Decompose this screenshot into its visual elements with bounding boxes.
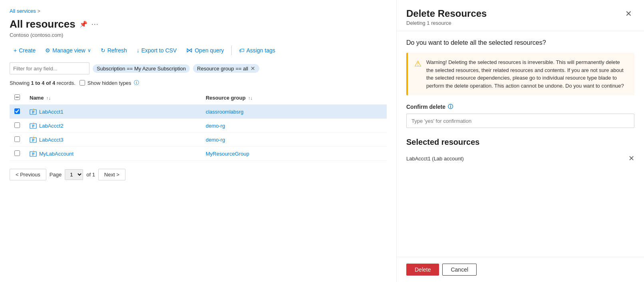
close-panel-button[interactable]: ✕ [623, 8, 634, 19]
row-checkbox[interactable] [14, 150, 20, 156]
subscription-filter-tag: Subscription == My Azure Subscription [93, 64, 190, 73]
tag-icon: 🏷 [239, 47, 244, 54]
resource-group-column-header[interactable]: Resource group ↑↓ [201, 91, 387, 105]
export-csv-button[interactable]: ↓ Export to CSV [133, 45, 181, 56]
svg-rect-14 [32, 141, 34, 141]
lab-account-icon [30, 122, 37, 129]
resource-group-link[interactable]: demo-rg [206, 123, 225, 129]
breadcrumb-link[interactable]: All services [10, 8, 36, 14]
svg-rect-17 [32, 153, 34, 153]
panel-title-area: Delete Resources Deleting 1 resource [406, 8, 487, 26]
resource-group-col-label: Resource group [206, 95, 246, 101]
subscription-tag-text: Subscription == My Azure Subscription [97, 66, 186, 72]
warning-text: Warning! Deleting the selected resources… [426, 58, 628, 90]
create-button[interactable]: + Create [10, 45, 40, 56]
svg-rect-12 [32, 139, 34, 139]
remove-selected-resource-button[interactable]: ✕ [628, 154, 634, 163]
page-select[interactable]: 1 [65, 169, 83, 180]
cancel-button[interactable]: Cancel [442, 264, 477, 276]
breadcrumb: All services > [10, 8, 387, 14]
query-label: Open query [195, 47, 224, 54]
records-info: Showing 1 to 4 of 4 records. Show hidden… [10, 79, 387, 86]
resource-name-link[interactable]: MyLabAccount [30, 150, 196, 157]
resource-group-link[interactable]: demo-rg [206, 137, 225, 143]
resource-name-link[interactable]: LabAccct1 [30, 108, 196, 115]
select-all-checkbox[interactable] [14, 94, 20, 100]
page-header: All resources 📌 ··· [10, 18, 387, 30]
selected-resource-item: LabAccct1 (Lab account) ✕ [406, 152, 634, 165]
delete-button[interactable]: Delete [406, 264, 439, 276]
resource-group-filter-tag: Resource group == all ✕ [193, 64, 259, 73]
panel-header: Delete Resources Deleting 1 resource ✕ [397, 0, 644, 31]
name-column-header[interactable]: Name ↑↓ [25, 91, 201, 105]
export-label: Export to CSV [141, 47, 177, 54]
refresh-label: Refresh [107, 47, 127, 54]
resource-name-link[interactable]: LabAccct2 [30, 122, 196, 129]
filter-input[interactable] [10, 62, 89, 74]
svg-rect-7 [32, 125, 34, 125]
create-plus-icon: + [14, 47, 17, 54]
confirm-label: Confirm delete ⓘ [406, 103, 634, 110]
confirm-input[interactable] [406, 114, 634, 128]
svg-rect-4 [32, 113, 34, 113]
svg-rect-8 [32, 126, 34, 126]
resource-name-link[interactable]: LabAccct3 [30, 136, 196, 143]
select-all-header[interactable] [10, 91, 25, 105]
page-subtitle: Contoso (contoso.com) [10, 32, 387, 38]
selected-resources-section: Selected resources LabAccct1 (Lab accoun… [406, 138, 634, 165]
resource-group-link[interactable]: classroomlabsrg [206, 109, 244, 115]
assign-tags-button[interactable]: 🏷 Assign tags [235, 45, 279, 56]
page-label: Page [50, 172, 62, 178]
resources-table: Name ↑↓ Resource group ↑↓ LabAccc [10, 91, 387, 161]
next-button[interactable]: Next > [98, 169, 125, 180]
resource-group-link[interactable]: MyResourceGroup [206, 151, 249, 157]
confirm-section: Confirm delete ⓘ [406, 103, 634, 128]
panel-question: Do you want to delete all the selected r… [406, 39, 634, 46]
confirm-label-text: Confirm delete [406, 104, 445, 110]
export-icon: ↓ [137, 47, 139, 54]
table-row: LabAccct1 classroomlabsrg [10, 105, 387, 119]
table-row: LabAccct3 demo-rg [10, 133, 387, 147]
show-hidden-types-container: Show hidden types ⓘ [80, 79, 139, 86]
panel-body: Do you want to delete all the selected r… [397, 31, 644, 257]
page-title: All resources [10, 18, 76, 30]
refresh-button[interactable]: ↻ Refresh [97, 45, 131, 56]
create-label: Create [19, 47, 36, 54]
warning-triangle-icon: ⚠ [414, 59, 421, 90]
row-checkbox[interactable] [14, 136, 20, 142]
query-icon: ⋈ [186, 46, 193, 54]
show-hidden-types-label: Show hidden types [87, 80, 131, 86]
svg-rect-9 [32, 127, 34, 127]
resource-group-tag-text: Resource group == all [197, 66, 248, 72]
more-options-icon[interactable]: ··· [91, 20, 99, 28]
row-checkbox[interactable] [14, 108, 20, 114]
breadcrumb-separator: > [38, 8, 40, 14]
gear-icon: ⚙ [45, 47, 50, 54]
table-row: LabAccct2 demo-rg [10, 119, 387, 133]
of-label: of 1 [86, 172, 95, 178]
table-row: MyLabAccount MyResourceGroup [10, 147, 387, 161]
open-query-button[interactable]: ⋈ Open query [182, 44, 228, 56]
pin-icon[interactable]: 📌 [80, 20, 87, 28]
svg-rect-13 [32, 140, 34, 140]
svg-rect-18 [32, 154, 34, 154]
manage-view-label: Manage view [52, 47, 85, 54]
show-hidden-info-icon[interactable]: ⓘ [134, 79, 139, 86]
svg-rect-3 [32, 112, 34, 112]
resource-group-tag-close[interactable]: ✕ [250, 65, 255, 72]
manage-view-button[interactable]: ⚙ Manage view ∨ [41, 45, 95, 56]
lab-account-icon [30, 108, 37, 115]
tags-label: Assign tags [246, 47, 275, 54]
name-sort-icon: ↑↓ [46, 96, 51, 100]
row-checkbox[interactable] [14, 122, 20, 128]
selected-resource-name: LabAccct1 (Lab account) [406, 156, 464, 162]
filter-row: Subscription == My Azure Subscription Re… [10, 62, 387, 74]
left-panel: All services > All resources 📌 ··· Conto… [0, 0, 396, 282]
delete-resources-panel: Delete Resources Deleting 1 resource ✕ D… [396, 0, 644, 282]
panel-subtitle: Deleting 1 resource [406, 20, 487, 26]
chevron-down-icon: ∨ [87, 48, 91, 53]
show-hidden-types-checkbox[interactable] [80, 80, 85, 86]
confirm-info-icon[interactable]: ⓘ [448, 103, 453, 110]
warning-box: ⚠ Warning! Deleting the selected resourc… [406, 53, 634, 95]
previous-button[interactable]: < Previous [10, 169, 46, 180]
